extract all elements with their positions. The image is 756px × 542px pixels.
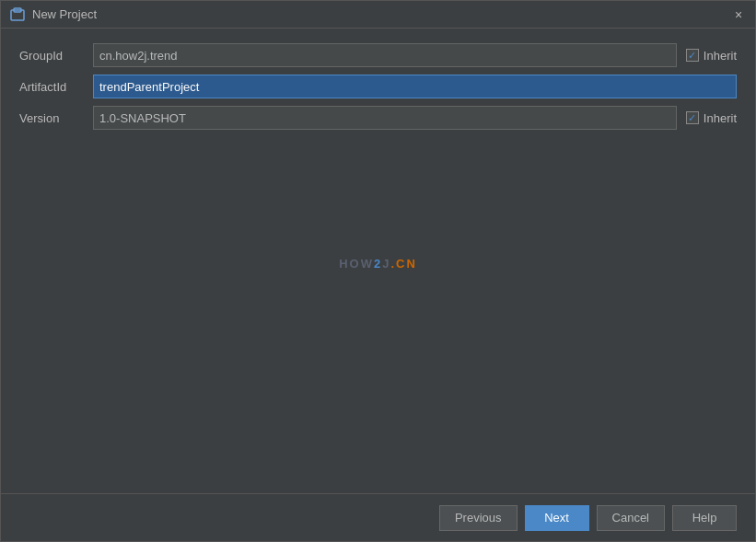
form-content: GroupId Inherit ArtifactId Version Inher… xyxy=(1,29,755,493)
version-inherit-checkbox[interactable] xyxy=(686,111,699,124)
group-id-inherit-checkbox[interactable] xyxy=(686,49,699,62)
group-id-row: GroupId Inherit xyxy=(19,43,737,67)
title-bar: New Project × xyxy=(1,1,755,29)
group-id-inherit-section: Inherit xyxy=(686,49,737,63)
group-id-label: GroupId xyxy=(19,49,93,63)
version-inherit-label: Inherit xyxy=(704,111,737,125)
new-project-dialog: New Project × GroupId Inherit ArtifactId… xyxy=(0,0,756,542)
version-inherit-section: Inherit xyxy=(686,111,737,125)
dialog-footer: Previous Next Cancel Help xyxy=(1,493,755,541)
artifact-id-row: ArtifactId xyxy=(19,75,737,98)
version-input[interactable] xyxy=(93,106,677,130)
help-button[interactable]: Help xyxy=(672,505,737,531)
next-button[interactable]: Next xyxy=(525,505,589,531)
title-bar-left: New Project xyxy=(10,7,97,22)
cancel-button[interactable]: Cancel xyxy=(597,505,665,531)
artifact-id-input[interactable] xyxy=(93,75,737,98)
group-id-input[interactable] xyxy=(93,43,677,67)
group-id-inherit-label: Inherit xyxy=(704,49,737,63)
watermark: HOW2J.CN xyxy=(339,249,417,273)
close-button[interactable]: × xyxy=(731,7,746,22)
artifact-id-label: ArtifactId xyxy=(19,80,93,94)
dialog-title: New Project xyxy=(32,7,97,21)
previous-button[interactable]: Previous xyxy=(439,505,518,531)
project-icon xyxy=(10,7,25,22)
version-label: Version xyxy=(19,111,93,125)
version-row: Version Inherit xyxy=(19,106,737,130)
